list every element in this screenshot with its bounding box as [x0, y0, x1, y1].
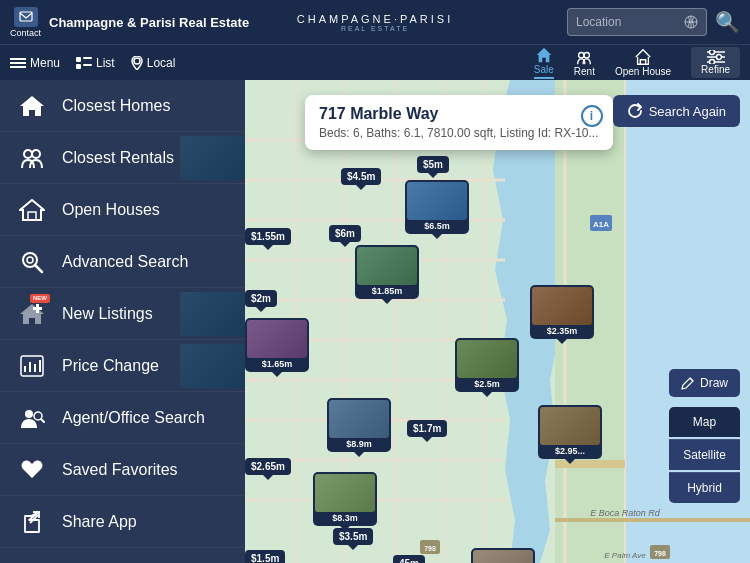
map-pin[interactable]: $2.65m	[245, 458, 291, 475]
agent-search-label: Agent/Office Search	[62, 409, 205, 427]
list-label: List	[96, 56, 115, 70]
agent-search-icon	[16, 402, 48, 434]
price-change-label: Price Change	[62, 357, 159, 375]
location-search[interactable]: Location	[567, 8, 707, 36]
refine-btn[interactable]: Refine	[691, 47, 740, 78]
popup-info-btn[interactable]: i	[581, 105, 603, 127]
contact-section: Contact Champagne & Parisi Real Estate	[10, 7, 249, 38]
tab-open-house-label: Open House	[615, 66, 671, 77]
svg-point-13	[584, 53, 589, 58]
map-pin-img[interactable]: $6.5m	[405, 180, 469, 234]
contact-label[interactable]: Contact	[10, 28, 41, 38]
sidebar-item-mortgage[interactable]: Mortgage Calculator	[0, 548, 245, 563]
map-pin[interactable]: $1.5m	[245, 550, 285, 563]
svg-point-21	[24, 150, 32, 158]
svg-line-74	[690, 378, 693, 381]
map-button[interactable]: Map	[669, 407, 740, 437]
map-pin-img[interactable]: $2.5m	[455, 338, 519, 392]
sub-header: Menu List Local Sale Rent Open House Ref…	[0, 44, 750, 80]
new-listings-icon: NEW	[16, 298, 48, 330]
sidebar-item-open-houses[interactable]: Open Houses	[0, 184, 245, 236]
menu-label: Menu	[30, 56, 60, 70]
menu-btn[interactable]: Menu	[10, 56, 60, 70]
refine-label: Refine	[701, 64, 730, 75]
svg-text:E Boca Raton Rd: E Boca Raton Rd	[590, 508, 661, 518]
search-placeholder: Location	[576, 15, 684, 29]
map-pin[interactable]: $1.55m	[245, 228, 291, 245]
sidebar-item-advanced-search[interactable]: Advanced Search	[0, 236, 245, 288]
sidebar-item-saved-favorites[interactable]: Saved Favorites	[0, 444, 245, 496]
svg-rect-9	[76, 64, 81, 69]
svg-text:798: 798	[424, 545, 436, 552]
map-pin-img[interactable]: $8.9m	[327, 398, 391, 452]
share-app-label: Share App	[62, 513, 137, 531]
closest-homes-label: Closest Homes	[62, 97, 170, 115]
contact-icon: Contact	[10, 7, 41, 38]
popup-description: Beds: 6, Baths: 6.1, 7810.00 sqft, Listi…	[319, 126, 599, 140]
svg-line-25	[35, 265, 42, 272]
map-pin[interactable]: $3.5m	[333, 528, 373, 545]
sidebar-item-closest-rentals[interactable]: Closest Rentals	[0, 132, 245, 184]
sidebar-item-closest-homes[interactable]: Closest Homes	[0, 80, 245, 132]
svg-text:E Palm Ave: E Palm Ave	[604, 551, 646, 560]
advanced-search-icon	[16, 246, 48, 278]
brand-name: Champagne & Parisi Real Estate	[49, 15, 249, 30]
rentals-icon	[16, 142, 48, 174]
svg-rect-8	[83, 57, 92, 59]
map-pin[interactable]: $6m	[329, 225, 361, 242]
new-listings-label: New Listings	[62, 305, 153, 323]
logo: CHAMPAGNE·PARISI REAL ESTATE	[297, 13, 453, 32]
tab-open-house[interactable]: Open House	[615, 48, 671, 77]
list-btn[interactable]: List	[76, 56, 115, 70]
main-content: Closest Homes Closest Rentals Open House…	[0, 80, 750, 563]
map-pin-img[interactable]: $2.95...	[538, 405, 602, 459]
map-pin[interactable]: 45m	[393, 555, 425, 563]
search-button[interactable]: 🔍	[715, 10, 740, 34]
closest-rentals-label: Closest Rentals	[62, 149, 174, 167]
draw-button[interactable]: Draw	[669, 369, 740, 397]
satellite-button[interactable]: Satellite	[669, 439, 740, 470]
svg-point-32	[25, 410, 33, 418]
map-pin[interactable]: $5m	[417, 156, 449, 173]
sidebar: Closest Homes Closest Rentals Open House…	[0, 80, 245, 563]
map-area[interactable]: A1A 798 798 E Boca Raton Rd E Palm Ave 7…	[245, 80, 750, 563]
tab-rent-label: Rent	[574, 66, 595, 77]
saved-favorites-label: Saved Favorites	[62, 461, 178, 479]
popup-title: 717 Marble Way	[319, 105, 599, 123]
globe-icon	[684, 15, 698, 29]
local-btn[interactable]: Local	[131, 56, 176, 70]
map-pin-img[interactable]: $2.25m	[471, 548, 535, 563]
sidebar-item-new-listings[interactable]: NEW New Listings	[0, 288, 245, 340]
svg-point-26	[27, 257, 33, 263]
search-again-button[interactable]: Search Again	[613, 95, 740, 127]
map-pin[interactable]: $4.5m	[341, 168, 381, 185]
local-label: Local	[147, 56, 176, 70]
map-pin-img[interactable]: $8.3m	[313, 472, 377, 526]
map-pin-img[interactable]: $1.85m	[355, 245, 419, 299]
sidebar-item-agent-search[interactable]: Agent/Office Search	[0, 392, 245, 444]
sidebar-item-price-change[interactable]: Price Change	[0, 340, 245, 392]
map-popup: 717 Marble Way Beds: 6, Baths: 6.1, 7810…	[305, 95, 613, 150]
draw-label: Draw	[700, 376, 728, 390]
svg-line-34	[41, 419, 44, 422]
open-houses-label: Open Houses	[62, 201, 160, 219]
map-pin[interactable]: $1.7m	[407, 420, 447, 437]
pencil-icon	[681, 376, 695, 390]
logo-sub: REAL ESTATE	[297, 25, 453, 32]
hybrid-button[interactable]: Hybrid	[669, 472, 740, 503]
search-again-label: Search Again	[649, 104, 726, 119]
favorites-icon	[16, 454, 48, 486]
tab-sale[interactable]: Sale	[534, 46, 554, 79]
map-pin-img[interactable]: $1.65m	[245, 318, 309, 372]
svg-rect-10	[83, 64, 92, 66]
svg-point-22	[32, 150, 40, 158]
tab-rent[interactable]: Rent	[574, 48, 595, 77]
home-icon	[16, 90, 48, 122]
logo-text: CHAMPAGNE·PARISI	[297, 13, 453, 25]
satellite-label: Satellite	[683, 448, 726, 462]
header: Contact Champagne & Parisi Real Estate C…	[0, 0, 750, 44]
svg-text:A1A: A1A	[593, 220, 609, 229]
sidebar-item-share-app[interactable]: Share App	[0, 496, 245, 548]
map-pin-img[interactable]: $2.35m	[530, 285, 594, 339]
map-pin[interactable]: $2m	[245, 290, 277, 307]
